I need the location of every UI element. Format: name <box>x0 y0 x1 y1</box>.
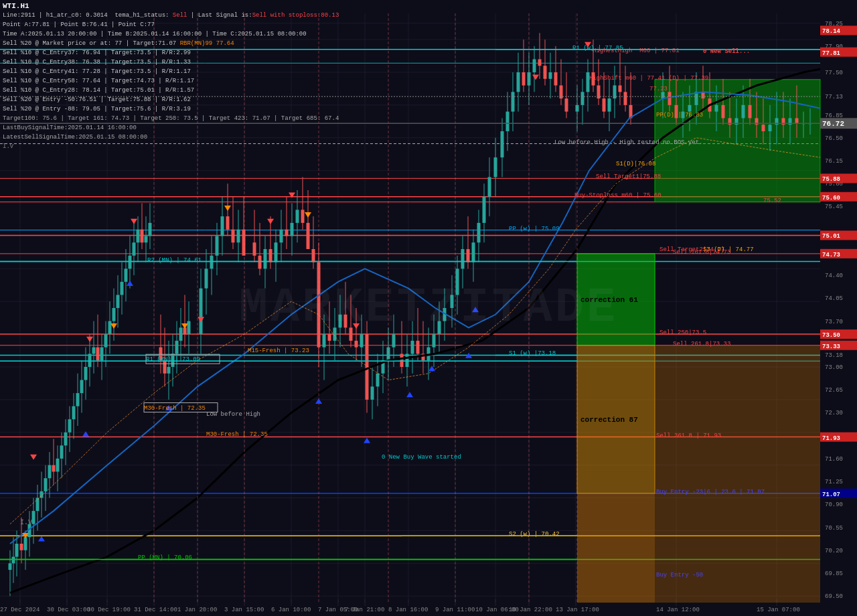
main-chart <box>0 0 857 616</box>
chart-container: WTI.H1 Line:2911 | h1_atr_c0: 0.3014 tem… <box>0 0 857 616</box>
